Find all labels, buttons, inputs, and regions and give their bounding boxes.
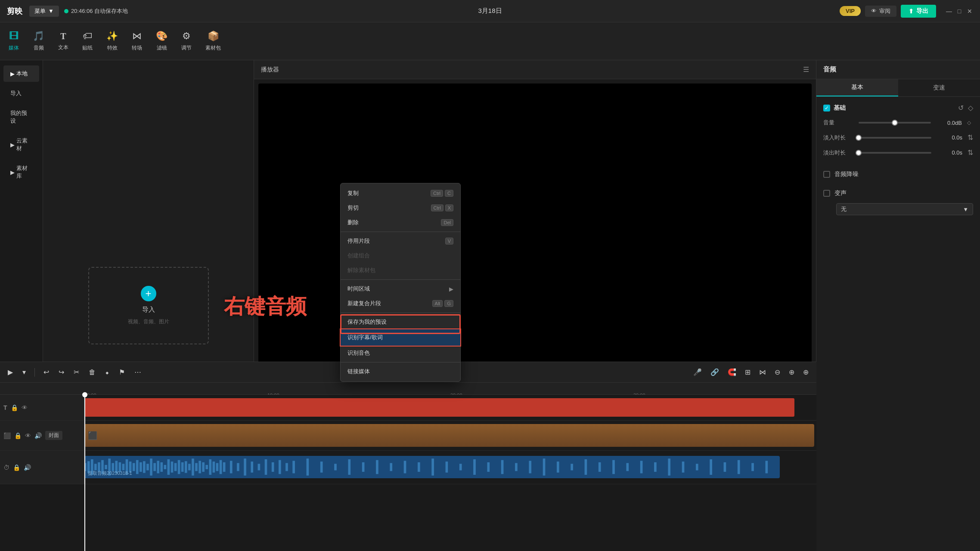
autosave-text: 20:46:06 自动保存本地 — [71, 7, 128, 15]
mic-button[interactable]: 🎤 — [691, 366, 704, 378]
context-item-copy[interactable]: 复制 Ctrl C — [341, 186, 460, 201]
toolbar-item-effects[interactable]: ✨ 特效 — [106, 31, 118, 52]
nav-item-mypresets[interactable]: 我的预设 — [3, 105, 39, 129]
video-clip-main[interactable]: ⬛ — [84, 424, 814, 447]
player-menu-icon[interactable]: ☰ — [803, 65, 809, 74]
align-button[interactable]: ⋈ — [757, 366, 769, 378]
zoom-in-button[interactable]: ⊕ — [786, 366, 797, 378]
link-button[interactable]: 🔗 — [708, 366, 722, 378]
playhead[interactable] — [84, 395, 85, 551]
context-menu: 复制 Ctrl C 剪切 Ctrl X 删除 Del 停用片段 V 创建组合 解… — [340, 183, 461, 382]
tracks-container: T 🔒 👁 ⬛ 🔒 👁 🔊 封面 — [0, 395, 816, 551]
audio-icon: 🎵 — [33, 31, 44, 42]
top-bar: 剪映 菜单 ▼ 20:46:06 自动保存本地 3月18日 VIP 👁 审阅 ⬆… — [0, 0, 980, 22]
svg-rect-28 — [182, 463, 183, 472]
context-item-recognize-speaker[interactable]: 识别音色 — [341, 346, 460, 360]
new-compound-kbd-alt: Alt — [432, 300, 443, 307]
audio-clip-main[interactable]: // Inline waveform generation via SVG li… — [84, 456, 780, 478]
video-eye-icon[interactable]: 👁 — [25, 432, 31, 439]
redo-button[interactable]: ↪ — [56, 366, 67, 378]
keyframe-button[interactable]: ⬥ — [102, 367, 112, 378]
add-track-button[interactable]: ⊕ — [800, 366, 811, 378]
menu-button[interactable]: 菜单 ▼ — [29, 6, 59, 17]
cut-kbd-ctrl: Ctrl — [431, 204, 443, 211]
context-item-cut[interactable]: 剪切 Ctrl X — [341, 201, 460, 215]
subtitle-eye-icon[interactable]: 👁 — [22, 404, 28, 411]
undo-button[interactable]: ↩ — [41, 366, 52, 378]
effects-label: 特效 — [107, 44, 118, 52]
svg-rect-47 — [272, 463, 273, 472]
context-item-delete[interactable]: 删除 Del — [341, 215, 460, 230]
toolbar-item-package[interactable]: 📦 素材包 — [205, 31, 221, 52]
tab-basic[interactable]: 基本 — [816, 79, 898, 96]
toolbar-item-sticker[interactable]: 🏷 贴纸 — [82, 31, 93, 52]
reset-icon[interactable]: ↺ — [958, 104, 964, 112]
context-item-disable[interactable]: 停用片段 V — [341, 234, 460, 248]
zoom-out-button[interactable]: ⊖ — [772, 366, 783, 378]
split2-button[interactable]: ⊞ — [742, 366, 753, 378]
diamond-icon[interactable]: ◇ — [968, 104, 973, 112]
maximize-button[interactable]: □ — [956, 8, 963, 15]
close-button[interactable]: ✕ — [966, 8, 973, 15]
svg-rect-82 — [738, 460, 739, 474]
denoise-checkbox[interactable] — [823, 171, 830, 178]
flag-button[interactable]: ⚑ — [116, 366, 127, 378]
timeline-area: ▶ ▾ ↩ ↪ ✂ 🗑 ⬥ ⚑ ⋯ 🎤 🔗 🧲 ⊞ ⋈ ⊖ ⊕ ⊕ 00:00 … — [0, 362, 816, 551]
toolbar-item-transition[interactable]: ⋈ 转场 — [132, 31, 142, 52]
context-item-set-as-preset[interactable]: 保存为我的预设 — [341, 315, 460, 329]
basic-checkbox[interactable]: ✓ — [823, 105, 830, 111]
context-item-recognize[interactable]: 识别字幕/歌词 — [340, 328, 461, 347]
toolbar-item-adjust[interactable]: ⚙ 调节 — [181, 31, 192, 52]
fadein-param-row: 淡入时长 0.0s ⇅ — [823, 133, 973, 142]
select-dropdown-button[interactable]: ▾ — [20, 366, 28, 378]
minimize-button[interactable]: — — [946, 8, 952, 15]
audio-lock-icon[interactable]: 🔒 — [13, 464, 20, 471]
video-lock-icon[interactable]: 🔒 — [14, 432, 22, 439]
select-tool-button[interactable]: ▶ — [5, 366, 16, 378]
toolbar-item-media[interactable]: 🎞 媒体 — [9, 31, 19, 52]
import-sub-label: 视频、音频、图片 — [128, 318, 169, 325]
import-box[interactable]: + 导入 视频、音频、图片 — [88, 267, 209, 344]
media-label: 媒体 — [9, 44, 19, 52]
fadein-stepper[interactable]: ⇅ — [968, 133, 973, 142]
nav-item-local[interactable]: ▶ 本地 — [3, 65, 39, 82]
window-controls: — □ ✕ — [946, 8, 973, 15]
svg-rect-59 — [418, 463, 419, 472]
nav-item-library[interactable]: ▶ 素材库 — [3, 160, 39, 184]
toolbar-item-text[interactable]: T 文本 — [58, 31, 68, 51]
package-icon: 📦 — [208, 31, 219, 42]
playhead-handle[interactable] — [82, 392, 87, 397]
export-button[interactable]: ⬆ 导出 — [901, 5, 936, 18]
denoise-label: 音频降噪 — [834, 170, 859, 178]
magnet-button[interactable]: 🧲 — [725, 366, 739, 378]
extra-button[interactable]: ⋯ — [132, 366, 144, 378]
delete-button[interactable]: 🗑 — [86, 367, 98, 378]
subtitle-lock-icon[interactable]: 🔒 — [11, 404, 18, 411]
fadeout-stepper[interactable]: ⇅ — [968, 149, 973, 157]
audio-speaker-icon[interactable]: 🔊 — [24, 464, 31, 471]
svg-rect-68 — [543, 459, 545, 475]
fadeout-slider[interactable] — [859, 152, 931, 154]
volume-keyframe-icon[interactable]: ◇ — [967, 120, 973, 126]
toolbar-item-audio[interactable]: 🎵 音频 — [33, 31, 44, 52]
svg-rect-16 — [140, 463, 141, 472]
volume-slider[interactable] — [859, 122, 931, 124]
svg-rect-40 — [223, 463, 225, 472]
voicechange-dropdown[interactable]: 无 ▼ — [836, 203, 973, 215]
fadein-slider[interactable] — [859, 137, 931, 139]
review-button[interactable]: 👁 审阅 — [865, 6, 896, 17]
toolbar-item-filter[interactable]: 🎨 滤镜 — [156, 31, 167, 52]
video-audio-icon[interactable]: 🔊 — [34, 432, 42, 439]
nav-item-cloud[interactable]: ▶ 云素材 — [3, 133, 39, 157]
svg-rect-71 — [585, 460, 586, 475]
split-button[interactable]: ✂ — [71, 366, 82, 378]
voicechange-checkbox[interactable] — [823, 190, 830, 197]
fadeout-param-row: 淡出时长 0.0s ⇅ — [823, 149, 973, 157]
context-item-timerange[interactable]: 时间区域 ▶ — [341, 282, 460, 296]
tab-speed[interactable]: 变速 — [898, 79, 980, 96]
context-item-link-media[interactable]: 链接媒体 — [341, 364, 460, 379]
vip-button[interactable]: VIP — [840, 6, 861, 16]
nav-item-import[interactable]: 导入 — [3, 85, 39, 102]
subtitle-clip-2[interactable] — [538, 398, 794, 417]
context-item-new-compound[interactable]: 新建复合片段 Alt G — [341, 296, 460, 311]
